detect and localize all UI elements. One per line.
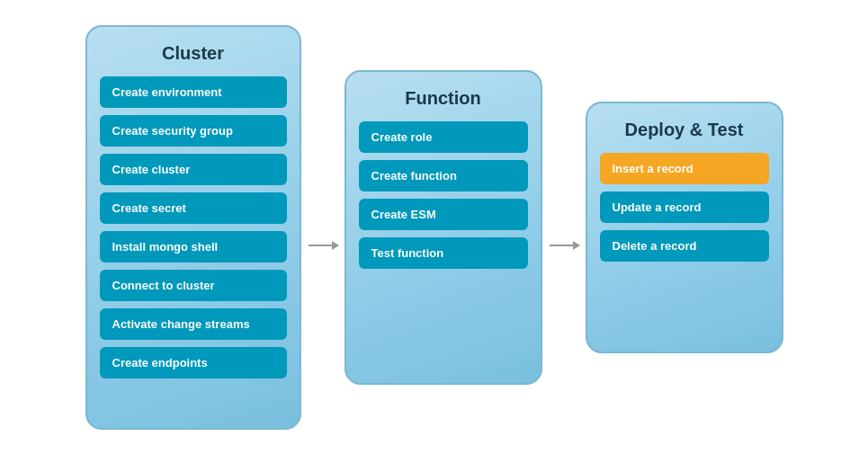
- deploy-items-list: Insert a record Update a record Delete a…: [600, 153, 769, 262]
- diagram-container: Cluster Create environment Create securi…: [0, 0, 868, 454]
- svg-marker-3: [573, 241, 580, 250]
- btn-install-mongo-shell[interactable]: Install mongo shell: [100, 231, 287, 263]
- cluster-items-list: Create environment Create security group…: [100, 76, 287, 378]
- btn-create-cluster[interactable]: Create cluster: [100, 154, 287, 185]
- arrow-cluster-to-function: [301, 235, 345, 256]
- btn-create-environment[interactable]: Create environment: [100, 76, 287, 108]
- svg-marker-1: [332, 241, 339, 250]
- btn-create-function[interactable]: Create function: [359, 160, 528, 191]
- btn-create-secret[interactable]: Create secret: [100, 192, 287, 224]
- panel-function: Function Create role Create function Cre…: [345, 70, 542, 385]
- function-title: Function: [405, 88, 480, 109]
- btn-create-esm[interactable]: Create ESM: [359, 199, 528, 230]
- btn-activate-change-streams[interactable]: Activate change streams: [100, 308, 287, 340]
- btn-create-role[interactable]: Create role: [359, 121, 528, 153]
- function-items-list: Create role Create function Create ESM T…: [359, 121, 528, 269]
- deploy-title: Deploy & Test: [625, 120, 744, 140]
- btn-insert-a-record[interactable]: Insert a record: [600, 153, 769, 184]
- btn-create-endpoints[interactable]: Create endpoints: [100, 347, 287, 378]
- panel-deploy: Deploy & Test Insert a record Update a r…: [586, 102, 783, 353]
- btn-create-security-group[interactable]: Create security group: [100, 115, 287, 147]
- btn-connect-to-cluster[interactable]: Connect to cluster: [100, 270, 287, 301]
- arrow-function-to-deploy: [542, 235, 586, 256]
- btn-test-function[interactable]: Test function: [359, 237, 528, 269]
- btn-delete-a-record[interactable]: Delete a record: [600, 230, 769, 262]
- cluster-title: Cluster: [162, 43, 224, 64]
- btn-update-a-record[interactable]: Update a record: [600, 191, 769, 223]
- panel-cluster: Cluster Create environment Create securi…: [85, 25, 301, 430]
